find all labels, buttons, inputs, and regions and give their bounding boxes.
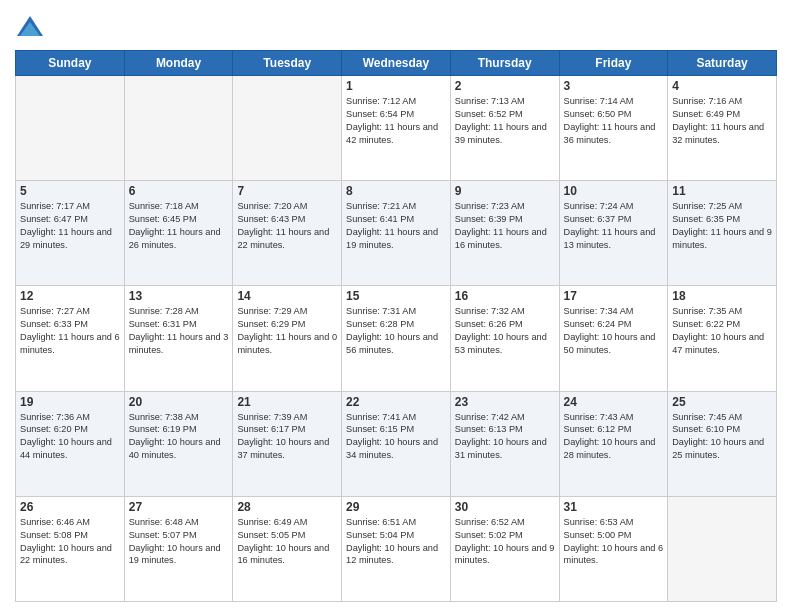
calendar-week-row: 5Sunrise: 7:17 AM Sunset: 6:47 PM Daylig… — [16, 181, 777, 286]
day-info: Sunrise: 7:23 AM Sunset: 6:39 PM Dayligh… — [455, 200, 555, 252]
day-info: Sunrise: 7:20 AM Sunset: 6:43 PM Dayligh… — [237, 200, 337, 252]
calendar-week-row: 1Sunrise: 7:12 AM Sunset: 6:54 PM Daylig… — [16, 76, 777, 181]
calendar-day-cell: 6Sunrise: 7:18 AM Sunset: 6:45 PM Daylig… — [124, 181, 233, 286]
calendar-header-row: SundayMondayTuesdayWednesdayThursdayFrid… — [16, 51, 777, 76]
calendar-day-cell: 7Sunrise: 7:20 AM Sunset: 6:43 PM Daylig… — [233, 181, 342, 286]
day-info: Sunrise: 7:27 AM Sunset: 6:33 PM Dayligh… — [20, 305, 120, 357]
day-number: 28 — [237, 500, 337, 514]
calendar-day-cell: 18Sunrise: 7:35 AM Sunset: 6:22 PM Dayli… — [668, 286, 777, 391]
calendar-day-cell: 10Sunrise: 7:24 AM Sunset: 6:37 PM Dayli… — [559, 181, 668, 286]
day-info: Sunrise: 7:34 AM Sunset: 6:24 PM Dayligh… — [564, 305, 664, 357]
day-info: Sunrise: 6:46 AM Sunset: 5:08 PM Dayligh… — [20, 516, 120, 568]
day-number: 26 — [20, 500, 120, 514]
day-number: 9 — [455, 184, 555, 198]
calendar-day-cell: 5Sunrise: 7:17 AM Sunset: 6:47 PM Daylig… — [16, 181, 125, 286]
day-number: 4 — [672, 79, 772, 93]
day-info: Sunrise: 7:21 AM Sunset: 6:41 PM Dayligh… — [346, 200, 446, 252]
day-info: Sunrise: 6:53 AM Sunset: 5:00 PM Dayligh… — [564, 516, 664, 568]
logo-icon — [15, 14, 45, 44]
calendar-day-cell: 30Sunrise: 6:52 AM Sunset: 5:02 PM Dayli… — [450, 496, 559, 601]
day-info: Sunrise: 7:35 AM Sunset: 6:22 PM Dayligh… — [672, 305, 772, 357]
day-number: 18 — [672, 289, 772, 303]
calendar-day-cell: 12Sunrise: 7:27 AM Sunset: 6:33 PM Dayli… — [16, 286, 125, 391]
calendar-day-header: Friday — [559, 51, 668, 76]
calendar-week-row: 12Sunrise: 7:27 AM Sunset: 6:33 PM Dayli… — [16, 286, 777, 391]
day-info: Sunrise: 7:16 AM Sunset: 6:49 PM Dayligh… — [672, 95, 772, 147]
day-info: Sunrise: 7:24 AM Sunset: 6:37 PM Dayligh… — [564, 200, 664, 252]
calendar-day-cell: 11Sunrise: 7:25 AM Sunset: 6:35 PM Dayli… — [668, 181, 777, 286]
day-info: Sunrise: 7:13 AM Sunset: 6:52 PM Dayligh… — [455, 95, 555, 147]
day-number: 31 — [564, 500, 664, 514]
calendar-day-cell: 25Sunrise: 7:45 AM Sunset: 6:10 PM Dayli… — [668, 391, 777, 496]
calendar-day-cell: 28Sunrise: 6:49 AM Sunset: 5:05 PM Dayli… — [233, 496, 342, 601]
calendar-day-cell: 1Sunrise: 7:12 AM Sunset: 6:54 PM Daylig… — [342, 76, 451, 181]
day-number: 13 — [129, 289, 229, 303]
day-info: Sunrise: 7:39 AM Sunset: 6:17 PM Dayligh… — [237, 411, 337, 463]
day-info: Sunrise: 6:49 AM Sunset: 5:05 PM Dayligh… — [237, 516, 337, 568]
page: SundayMondayTuesdayWednesdayThursdayFrid… — [0, 0, 792, 612]
day-number: 29 — [346, 500, 446, 514]
day-info: Sunrise: 7:38 AM Sunset: 6:19 PM Dayligh… — [129, 411, 229, 463]
calendar-day-cell: 15Sunrise: 7:31 AM Sunset: 6:28 PM Dayli… — [342, 286, 451, 391]
day-info: Sunrise: 7:42 AM Sunset: 6:13 PM Dayligh… — [455, 411, 555, 463]
calendar-week-row: 26Sunrise: 6:46 AM Sunset: 5:08 PM Dayli… — [16, 496, 777, 601]
day-number: 10 — [564, 184, 664, 198]
calendar-day-cell — [16, 76, 125, 181]
day-info: Sunrise: 7:28 AM Sunset: 6:31 PM Dayligh… — [129, 305, 229, 357]
calendar-day-cell: 14Sunrise: 7:29 AM Sunset: 6:29 PM Dayli… — [233, 286, 342, 391]
day-info: Sunrise: 7:14 AM Sunset: 6:50 PM Dayligh… — [564, 95, 664, 147]
day-info: Sunrise: 7:17 AM Sunset: 6:47 PM Dayligh… — [20, 200, 120, 252]
calendar-day-cell: 20Sunrise: 7:38 AM Sunset: 6:19 PM Dayli… — [124, 391, 233, 496]
day-number: 17 — [564, 289, 664, 303]
day-info: Sunrise: 6:52 AM Sunset: 5:02 PM Dayligh… — [455, 516, 555, 568]
calendar-day-cell: 8Sunrise: 7:21 AM Sunset: 6:41 PM Daylig… — [342, 181, 451, 286]
calendar-day-cell: 19Sunrise: 7:36 AM Sunset: 6:20 PM Dayli… — [16, 391, 125, 496]
day-number: 8 — [346, 184, 446, 198]
calendar-day-cell: 2Sunrise: 7:13 AM Sunset: 6:52 PM Daylig… — [450, 76, 559, 181]
calendar-day-header: Wednesday — [342, 51, 451, 76]
day-number: 19 — [20, 395, 120, 409]
day-number: 2 — [455, 79, 555, 93]
day-info: Sunrise: 7:32 AM Sunset: 6:26 PM Dayligh… — [455, 305, 555, 357]
day-number: 12 — [20, 289, 120, 303]
day-number: 30 — [455, 500, 555, 514]
day-number: 23 — [455, 395, 555, 409]
day-info: Sunrise: 7:45 AM Sunset: 6:10 PM Dayligh… — [672, 411, 772, 463]
calendar-day-cell: 24Sunrise: 7:43 AM Sunset: 6:12 PM Dayli… — [559, 391, 668, 496]
day-number: 11 — [672, 184, 772, 198]
calendar-day-cell: 22Sunrise: 7:41 AM Sunset: 6:15 PM Dayli… — [342, 391, 451, 496]
calendar-table: SundayMondayTuesdayWednesdayThursdayFrid… — [15, 50, 777, 602]
calendar-day-cell: 31Sunrise: 6:53 AM Sunset: 5:00 PM Dayli… — [559, 496, 668, 601]
calendar-day-cell: 29Sunrise: 6:51 AM Sunset: 5:04 PM Dayli… — [342, 496, 451, 601]
calendar-day-cell: 21Sunrise: 7:39 AM Sunset: 6:17 PM Dayli… — [233, 391, 342, 496]
day-number: 15 — [346, 289, 446, 303]
calendar-day-cell: 27Sunrise: 6:48 AM Sunset: 5:07 PM Dayli… — [124, 496, 233, 601]
day-number: 27 — [129, 500, 229, 514]
day-info: Sunrise: 7:41 AM Sunset: 6:15 PM Dayligh… — [346, 411, 446, 463]
calendar-day-header: Tuesday — [233, 51, 342, 76]
calendar-day-header: Sunday — [16, 51, 125, 76]
calendar-day-cell — [668, 496, 777, 601]
day-info: Sunrise: 7:25 AM Sunset: 6:35 PM Dayligh… — [672, 200, 772, 252]
calendar-day-header: Thursday — [450, 51, 559, 76]
calendar-day-cell: 23Sunrise: 7:42 AM Sunset: 6:13 PM Dayli… — [450, 391, 559, 496]
calendar-day-cell: 13Sunrise: 7:28 AM Sunset: 6:31 PM Dayli… — [124, 286, 233, 391]
calendar-day-cell: 9Sunrise: 7:23 AM Sunset: 6:39 PM Daylig… — [450, 181, 559, 286]
calendar-day-cell — [124, 76, 233, 181]
day-info: Sunrise: 6:51 AM Sunset: 5:04 PM Dayligh… — [346, 516, 446, 568]
calendar-day-cell — [233, 76, 342, 181]
day-number: 7 — [237, 184, 337, 198]
day-info: Sunrise: 7:43 AM Sunset: 6:12 PM Dayligh… — [564, 411, 664, 463]
day-number: 21 — [237, 395, 337, 409]
header — [15, 10, 777, 44]
day-number: 24 — [564, 395, 664, 409]
day-number: 5 — [20, 184, 120, 198]
calendar-day-cell: 16Sunrise: 7:32 AM Sunset: 6:26 PM Dayli… — [450, 286, 559, 391]
day-number: 16 — [455, 289, 555, 303]
day-info: Sunrise: 7:36 AM Sunset: 6:20 PM Dayligh… — [20, 411, 120, 463]
calendar-day-header: Saturday — [668, 51, 777, 76]
logo — [15, 14, 49, 44]
calendar-day-cell: 26Sunrise: 6:46 AM Sunset: 5:08 PM Dayli… — [16, 496, 125, 601]
calendar-day-header: Monday — [124, 51, 233, 76]
calendar-day-cell: 17Sunrise: 7:34 AM Sunset: 6:24 PM Dayli… — [559, 286, 668, 391]
